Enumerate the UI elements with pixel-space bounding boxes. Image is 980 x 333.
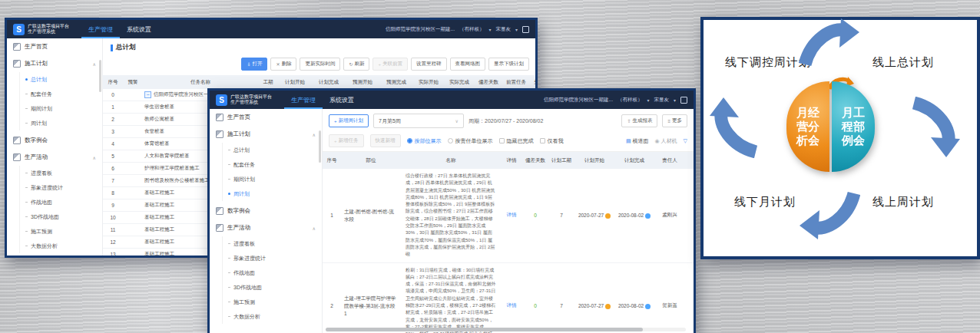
sidebar-item-配套任务[interactable]: 配套任务 bbox=[7, 87, 102, 101]
radio-show-by-part[interactable]: 按部位展示 bbox=[407, 137, 442, 145]
cell-deviation-days: 0 bbox=[522, 169, 548, 262]
chevron-down-icon: ▾ bbox=[674, 97, 676, 103]
checkbox-icon bbox=[499, 138, 505, 143]
project-name[interactable]: 信阳师范学院淮河校区一期建... bbox=[386, 26, 455, 33]
detail-link[interactable]: 详情 bbox=[507, 212, 517, 217]
bullet-icon bbox=[228, 179, 230, 180]
sidebar-item-期间计划[interactable]: 期间计划 bbox=[7, 101, 102, 116]
generate-report-button[interactable]: ⇧ 生成报表 bbox=[621, 114, 657, 127]
sidebar-item-大数据分析[interactable]: 大数据分析 bbox=[210, 309, 322, 324]
sidebar-child-label: 大数据分析 bbox=[233, 313, 260, 321]
sidebar: 生产首页施工计划∧总计划配套任务期间计划周计划数字例会生产活动∧进度看板形象进度… bbox=[210, 109, 323, 333]
delete-icon: ✕ bbox=[276, 61, 280, 67]
radio-show-by-unit[interactable]: 按责任单位展示 bbox=[448, 137, 493, 145]
cell-warning bbox=[123, 150, 143, 163]
sidebar-child-label: 期间计划 bbox=[233, 176, 255, 183]
more-button[interactable]: ≡ 更多 bbox=[662, 114, 687, 127]
horizontal-scrollbar[interactable] bbox=[326, 328, 686, 331]
bullet-icon bbox=[25, 216, 28, 217]
table-row[interactable]: 2土建-理工学院与护理学院教学楼-第3层-流水段1粉刷：31日墙柱完成，砌体：3… bbox=[323, 262, 694, 333]
table-row[interactable]: 1土建-图书馆-图书馆-流水段综合楼行政楼：27日 东单体机房层浇筑完成，28日… bbox=[323, 169, 694, 262]
quick-add-button[interactable]: 快速新增 bbox=[370, 134, 401, 147]
expand-node-icon[interactable]: − bbox=[144, 91, 151, 98]
fullscreen-icon[interactable] bbox=[680, 97, 687, 104]
labor-label: 人材机 bbox=[661, 137, 677, 145]
user-name[interactable]: 宋显友 bbox=[654, 97, 669, 104]
new-task-button[interactable]: + 新增任务 bbox=[329, 134, 364, 147]
home-icon bbox=[13, 43, 21, 51]
labor-material-button[interactable]: ◉ 人材机 bbox=[655, 137, 677, 145]
tab-production-management[interactable]: 生产管理 bbox=[284, 91, 323, 109]
scrollbar-thumb[interactable] bbox=[326, 328, 643, 331]
project-template-selector[interactable]: （有样板） bbox=[459, 26, 485, 33]
gantt-view-button[interactable]: ▤ 横道图 bbox=[626, 137, 649, 145]
user-name[interactable]: 宋显友 bbox=[495, 26, 511, 33]
toolbar-button-更新实际时间[interactable]: 更新实际时间 bbox=[300, 58, 340, 71]
check-only-me[interactable]: 仅看我 bbox=[540, 137, 564, 145]
toolbar-button-显示下级计划[interactable]: 显示下级计划 bbox=[488, 58, 529, 71]
table-header-row: 序号预警任务名称工期计划开始计划完成预测开始预测完成实际开始实际完成偏差天数前置… bbox=[103, 75, 535, 89]
sidebar-item-施工计划[interactable]: 施工计划∧ bbox=[7, 55, 102, 72]
monthly-engineering-dept-meeting: 月工 程部 例会 bbox=[832, 81, 875, 172]
tab-system-settings[interactable]: 系统设置 bbox=[323, 91, 361, 109]
toolbar-button-查看网络图[interactable]: 查看网络图 bbox=[450, 58, 486, 71]
week-select[interactable]: 7月第5周 ∨ bbox=[373, 114, 464, 128]
sidebar-item-3D作战地图[interactable]: 3D作战地图 bbox=[7, 209, 102, 224]
sidebar-item-周计划[interactable]: 周计划 bbox=[210, 186, 322, 201]
sidebar-item-3D作战地图[interactable]: 3D作战地图 bbox=[210, 280, 322, 295]
sidebar-item-形象进度统计[interactable]: 形象进度统计 bbox=[7, 180, 102, 195]
sidebar-item-label: 数字例会 bbox=[25, 137, 48, 144]
sidebar-item-进度看板[interactable]: 进度看板 bbox=[7, 166, 102, 180]
sidebar-item-期间计划[interactable]: 期间计划 bbox=[210, 172, 322, 186]
sidebar-item-数字例会[interactable]: 数字例会 bbox=[210, 203, 322, 219]
app-title-line2: 生产管理系统 bbox=[28, 29, 69, 35]
cell-seq: 6 bbox=[103, 163, 123, 175]
check-hide-finished[interactable]: 隐藏已完成 bbox=[499, 137, 534, 145]
app-header: S 广联达数字项目平台 生产管理系统 生产管理 系统设置 信阳师范学院淮河校区一… bbox=[210, 91, 694, 109]
sidebar-item-生产活动[interactable]: 生产活动∧ bbox=[7, 149, 102, 166]
sidebar-item-进度看板[interactable]: 进度看板 bbox=[210, 236, 322, 251]
detail-link[interactable]: 详情 bbox=[507, 302, 517, 308]
sidebar-item-施工预测[interactable]: 施工预测 bbox=[210, 295, 322, 309]
cell-seq: 2 bbox=[323, 262, 341, 333]
column-header: 序号 bbox=[103, 75, 123, 89]
production-activity-icon bbox=[13, 153, 21, 161]
toolbar-button-删除[interactable]: ✕删除 bbox=[270, 58, 296, 71]
sidebar-item-形象进度统计[interactable]: 形象进度统计 bbox=[210, 251, 322, 265]
toolbar-button-label: 打开 bbox=[252, 61, 262, 68]
cell-seq: 12 bbox=[103, 236, 123, 249]
fullscreen-icon[interactable] bbox=[522, 26, 529, 33]
bullet-icon bbox=[25, 94, 28, 94]
cell-warning bbox=[123, 236, 143, 249]
sidebar-item-周计划[interactable]: 周计划 bbox=[7, 116, 102, 130]
bullet-icon bbox=[228, 302, 230, 302]
sidebar-item-生产首页[interactable]: 生产首页 bbox=[210, 109, 322, 126]
cell-plan-duration: 7 bbox=[548, 169, 574, 262]
sidebar-item-施工计划[interactable]: 施工计划∧ bbox=[210, 126, 322, 143]
diagram-label-offline-month-plan: 线下月计划 bbox=[734, 195, 796, 209]
sidebar-item-施工预测[interactable]: 施工预测 bbox=[7, 224, 102, 239]
sidebar-item-总计划[interactable]: 总计划 bbox=[210, 143, 322, 157]
more-icon: ≡ bbox=[667, 119, 670, 124]
toolbar-button-刷新[interactable]: ↻刷新 bbox=[343, 58, 369, 71]
sidebar-item-配套任务[interactable]: 配套任务 bbox=[210, 157, 322, 172]
sidebar-item-作战地图[interactable]: 作战地图 bbox=[210, 265, 322, 280]
radio-checked-icon bbox=[407, 138, 412, 143]
tab-system-settings[interactable]: 系统设置 bbox=[120, 20, 158, 38]
project-name[interactable]: 信阳师范学院淮河校区一期建... bbox=[544, 97, 613, 104]
toolbar-button-设置里程碑[interactable]: 设置里程碑 bbox=[411, 58, 447, 71]
sidebar-item-数字例会[interactable]: 数字例会 bbox=[7, 132, 102, 149]
sidebar-item-大数据分析[interactable]: 大数据分析 bbox=[7, 239, 102, 253]
sidebar-item-总计划[interactable]: 总计划 bbox=[7, 72, 102, 87]
project-template-selector[interactable]: （有样板） bbox=[617, 97, 643, 104]
sidebar-item-生产首页[interactable]: 生产首页 bbox=[7, 38, 102, 55]
toolbar-button-打开[interactable]: ⇩打开 bbox=[241, 58, 267, 71]
app-title: 广联达数字项目平台 生产管理系统 bbox=[230, 94, 272, 105]
toolbar-button-关联前置[interactable]: +关联前置 bbox=[372, 58, 408, 71]
sidebar-item-生产活动[interactable]: 生产活动∧ bbox=[210, 219, 322, 236]
tab-production-management[interactable]: 生产管理 bbox=[81, 20, 120, 38]
new-week-plan-button[interactable]: + 新增周计划 bbox=[329, 114, 369, 127]
bullet-icon bbox=[25, 173, 28, 173]
sidebar-item-作战地图[interactable]: 作战地图 bbox=[7, 195, 102, 209]
filter-button[interactable]: ▽ bbox=[684, 138, 687, 144]
